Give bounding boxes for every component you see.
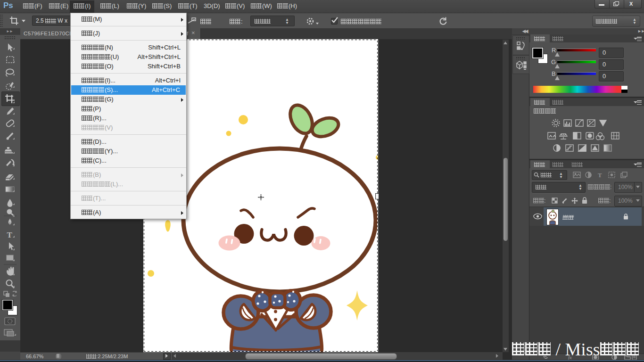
svg-text:T: T bbox=[598, 172, 602, 179]
svg-text:T: T bbox=[7, 230, 13, 239]
